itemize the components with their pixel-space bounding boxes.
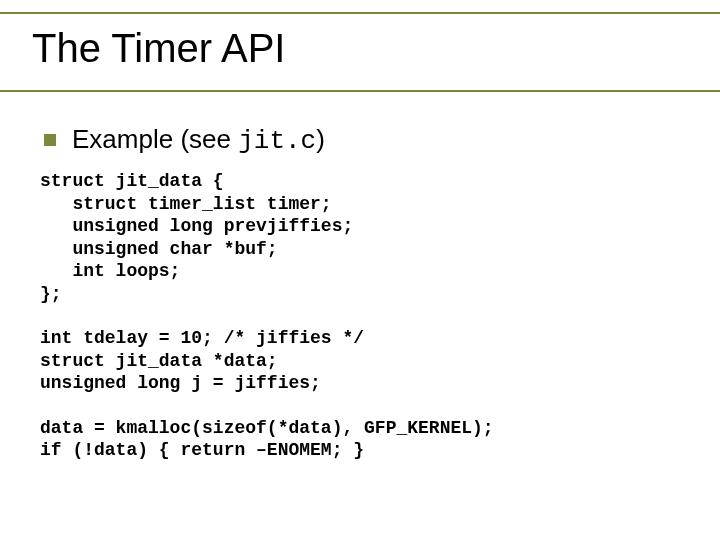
bullet-code: jit.c <box>238 126 316 156</box>
code-block-decls: int tdelay = 10; /* jiffies */ struct ji… <box>40 327 684 395</box>
bullet-item: Example (see jit.c) <box>44 124 684 156</box>
title-rule-top <box>0 12 720 14</box>
code-block-alloc: data = kmalloc(sizeof(*data), GFP_KERNEL… <box>40 417 684 462</box>
title-rule-bottom <box>0 90 720 92</box>
bullet-suffix: ) <box>316 124 325 154</box>
slide: The Timer API Example (see jit.c) struct… <box>0 0 720 540</box>
slide-body: Example (see jit.c) struct jit_data { st… <box>44 124 684 462</box>
code-block-struct: struct jit_data { struct timer_list time… <box>40 170 684 305</box>
bullet-square-icon <box>44 134 56 146</box>
slide-title: The Timer API <box>32 26 285 70</box>
bullet-prefix: Example (see <box>72 124 238 154</box>
bullet-text: Example (see jit.c) <box>72 124 325 156</box>
